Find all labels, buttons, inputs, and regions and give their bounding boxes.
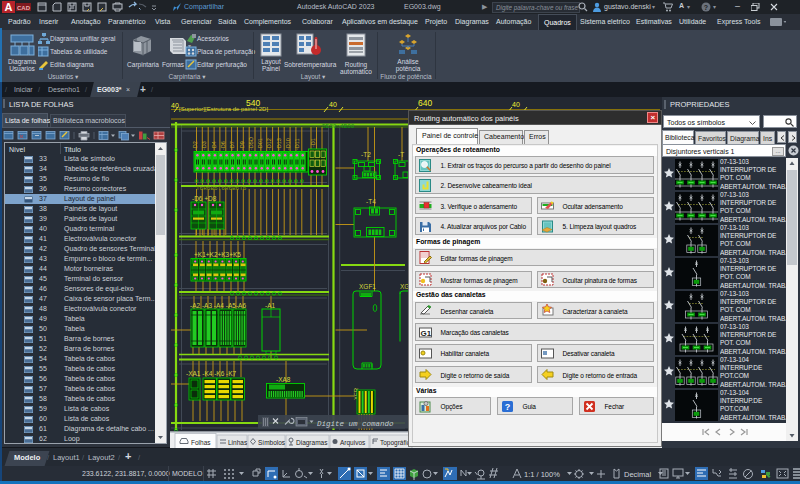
svg-text:-D3: -D3 (201, 141, 207, 150)
svg-text:DE20:4B00: DE20:4B00 (322, 123, 355, 130)
svg-text:+K1+K2+K3+K5: +K1+K2+K3+K5 (194, 251, 241, 258)
svg-text:40: 40 (171, 102, 179, 109)
svg-text:-XA8: -XA8 (276, 376, 291, 383)
svg-text:?: ? (504, 402, 510, 412)
svg-text:-D1: -D1 (310, 138, 316, 147)
svg-text:-T: -T (398, 151, 404, 158)
svg-text:-D7: -D7 (229, 141, 235, 150)
svg-text:-D6 +D8: -D6 +D8 (192, 195, 217, 202)
svg-text:CAD: CAD (17, 5, 31, 11)
svg-text:Símbolos: Símbolos (258, 439, 286, 446)
svg-text:Linhas: Linhas (228, 439, 248, 446)
svg-text:40: 40 (512, 101, 520, 108)
svg-text:Decimal: Decimal (624, 470, 651, 479)
svg-text:Diagramas: Diagramas (296, 439, 328, 447)
svg-text:G1: G1 (420, 328, 431, 337)
svg-text:T6R6B6T6R6B6T6: T6R6B6T6R6B6T6 (196, 185, 247, 192)
svg-text:-D9: -D9 (239, 141, 245, 150)
svg-text:-A1: -A1 (265, 302, 276, 309)
svg-text:-D5O: -D5O (248, 136, 254, 150)
svg-text:-T4: -T4 (366, 198, 376, 205)
svg-text:Digite um comando: Digite um comando (317, 420, 394, 428)
svg-text:XGF1: XGF1 (359, 283, 376, 290)
svg-text:-D4: -D4 (211, 141, 217, 150)
svg-text:-A2 -A3 -A4 -A5-A6: -A2 -A3 -A4 -A5-A6 (190, 302, 246, 309)
svg-text:-D6: -D6 (220, 141, 226, 150)
svg-text:-D11: -D11 (294, 138, 300, 150)
svg-text:-XA1 -K4 -K6 -K7: -XA1 -K4 -K6 -K7 (186, 370, 237, 377)
svg-text:-D13: -D13 (276, 138, 282, 150)
svg-text:?: ? (704, 4, 708, 11)
svg-text:Folhas: Folhas (191, 439, 211, 446)
svg-text:640: 640 (418, 98, 432, 108)
svg-text:Arquivos: Arquivos (340, 439, 366, 447)
svg-text:-D2: -D2 (192, 141, 198, 150)
svg-text:A: A (5, 1, 13, 13)
svg-text:-D10: -D10 (285, 138, 291, 150)
svg-text:[Superior][Estrutura de painel: [Superior][Estrutura de painel 2D] (179, 106, 268, 112)
svg-text:1:1 / 100%: 1:1 / 100% (524, 470, 560, 479)
svg-text:-T2: -T2 (361, 151, 371, 158)
svg-text:-D12: -D12 (266, 138, 272, 150)
svg-text:-D01: -D01 (257, 138, 263, 150)
svg-text:40: 40 (329, 101, 337, 108)
svg-text:Topográfic: Topográfic (380, 439, 411, 447)
